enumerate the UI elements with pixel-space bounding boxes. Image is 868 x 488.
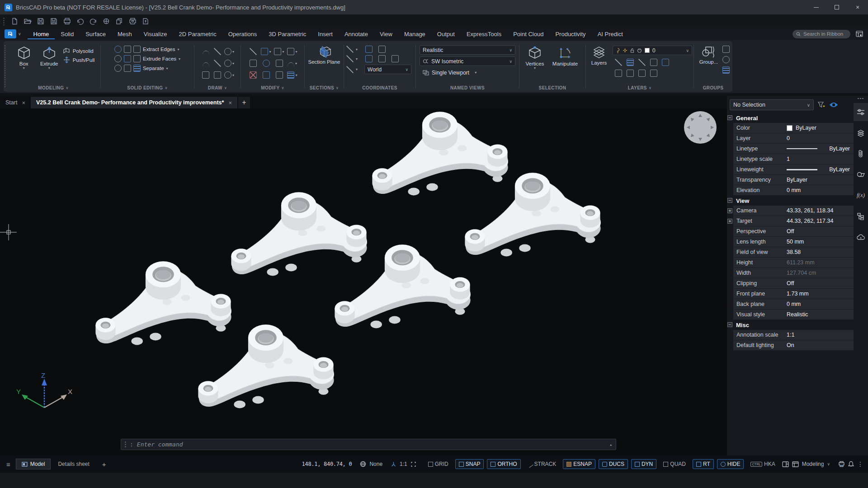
attachments-globe-icon[interactable] (360, 461, 366, 467)
move-icon[interactable] (261, 48, 268, 55)
ucs-face-icon[interactable] (346, 66, 354, 73)
panel-label-modeling[interactable]: MODELING∨ (7, 84, 99, 92)
slice-icon[interactable] (124, 55, 131, 62)
collapse-icon[interactable]: − (727, 115, 732, 120)
color-swatch[interactable] (787, 125, 793, 131)
annotation-scale-icon[interactable] (391, 461, 396, 467)
section-plane-button[interactable]: Section Plane (306, 44, 342, 65)
structure-panel-tab[interactable] (854, 207, 868, 225)
bell-crank-part-2[interactable] (465, 173, 600, 256)
tab-productivity[interactable]: Productivity (549, 29, 591, 39)
rotate-icon[interactable] (263, 60, 270, 67)
command-line[interactable]: : Enter command ▴ (121, 439, 616, 450)
collapse-icon[interactable]: − (727, 322, 732, 327)
layer-properties-icon[interactable] (662, 59, 669, 66)
manipulate-button[interactable]: Manipulate (548, 44, 582, 66)
tab-point-cloud[interactable]: Point Cloud (507, 29, 549, 39)
property-row-perspective[interactable]: Perspective Off (733, 226, 854, 237)
status-menu-icon[interactable]: ≡ (3, 460, 14, 468)
toggle-quad[interactable]: QUAD (660, 459, 689, 469)
property-row-visual-style[interactable]: Visual style Realistic (733, 310, 854, 320)
polysolid-button[interactable]: Polysolid (63, 47, 95, 54)
toggle-ducs[interactable]: DUCS (599, 459, 628, 469)
separate-icon[interactable] (133, 65, 141, 72)
named-view-dropdown[interactable]: SW Isometric∨ (420, 56, 515, 66)
property-row-annotation-scale[interactable]: Annotation scale 1:1 (733, 330, 854, 340)
tab-operations[interactable]: Operations (222, 29, 263, 39)
toggle-grid[interactable]: GRID (425, 459, 452, 469)
tab-insert[interactable]: Insert (312, 29, 339, 39)
status-overflow-menu[interactable]: ⋮ (857, 460, 863, 468)
extract-edges-button[interactable]: Extract Edges (143, 47, 175, 52)
toggle-rt[interactable]: RT (693, 459, 714, 469)
toggle-hide[interactable]: HIDE (717, 459, 744, 469)
maximize-button[interactable] (826, 0, 847, 14)
ucs-previous-icon[interactable] (365, 46, 373, 53)
property-row-lineweight[interactable]: Lineweight ByLayer (733, 164, 854, 175)
redo-icon[interactable] (89, 17, 98, 26)
parameters-panel-tab[interactable]: f(x) (854, 186, 868, 204)
property-row-target[interactable]: + Target 44.33, 262, 117.34 (733, 216, 854, 226)
plot-status-icon[interactable] (838, 461, 845, 467)
property-row-linetype[interactable]: Linetype ByLayer (733, 144, 854, 154)
viewport-config-dropdown[interactable]: Single Viewport▾ (420, 68, 515, 77)
ribbon-configure-icon[interactable] (856, 31, 863, 38)
command-input-placeholder[interactable]: Enter command (137, 441, 183, 448)
new-drawing-icon[interactable] (10, 17, 19, 26)
tab-home[interactable]: Home (28, 29, 55, 39)
layer-off-icon[interactable] (638, 59, 646, 66)
trim-icon[interactable] (276, 60, 283, 67)
sculpt-icon[interactable] (124, 65, 131, 72)
copy-icon[interactable] (115, 17, 124, 26)
tab-solid[interactable]: Solid (55, 29, 80, 39)
expand-icon[interactable]: + (727, 208, 732, 213)
extrude-faces-icon[interactable] (133, 55, 141, 62)
section-header[interactable]: − General (733, 113, 854, 123)
application-menu-button[interactable] (5, 29, 16, 38)
polygon-icon[interactable] (202, 71, 209, 79)
ribbon-search[interactable] (793, 30, 850, 38)
tab-3d-parametric[interactable]: 3D Parametric (263, 29, 312, 39)
group-select-icon[interactable] (722, 66, 730, 74)
circle-icon[interactable] (224, 48, 231, 55)
group-button[interactable]: Group... (697, 44, 721, 65)
layer-states-icon[interactable] (627, 59, 634, 66)
save-as-icon[interactable] (49, 17, 58, 26)
fillet-icon[interactable] (288, 62, 294, 66)
add-sheet-button[interactable]: + (97, 459, 112, 470)
tab-manage[interactable]: Manage (398, 29, 431, 39)
separate-button[interactable]: Separate (143, 66, 164, 71)
property-row-elevation[interactable]: Elevation 0 mm (733, 185, 854, 196)
undo-icon[interactable] (75, 17, 85, 26)
erase-icon[interactable] (250, 71, 257, 79)
intersect-icon[interactable] (114, 65, 122, 72)
stretch-icon[interactable] (250, 60, 257, 67)
open-drawing-icon[interactable] (23, 17, 32, 26)
property-row-field-of-view[interactable]: Field of view 38.58 (733, 247, 854, 258)
annotation-sync-icon[interactable] (410, 461, 416, 467)
panel-label-sections[interactable]: SECTIONS∨ (306, 84, 343, 92)
property-row-camera[interactable]: + Camera 43.33, 261, 118.34 (733, 206, 854, 216)
bell-crank-part-3[interactable] (231, 192, 367, 276)
ucs-3point-icon[interactable] (392, 55, 399, 62)
document-tab-drawing[interactable]: V25.2 Bell Crank Demo- Performance and P… (31, 97, 237, 108)
layer-settings-icon[interactable] (638, 70, 646, 77)
cloud-panel-tab[interactable] (854, 228, 868, 246)
layer-merge-icon[interactable] (627, 70, 634, 77)
tab-surface[interactable]: Surface (80, 29, 112, 39)
command-line-grip[interactable] (125, 441, 126, 448)
toggle-dyn[interactable]: DYN (631, 459, 656, 469)
section-header[interactable]: − Misc (733, 320, 854, 330)
workspace-icon[interactable] (792, 461, 799, 467)
selection-filter-dropdown[interactable]: No Selection∨ (730, 99, 814, 110)
ribbon-drag-handle[interactable] (4, 45, 6, 88)
cursor-coordinates[interactable]: 148.1, 840.74, 0 (302, 461, 352, 467)
workspace-switcher[interactable]: Modeling (802, 461, 824, 467)
layers-panel-tab[interactable] (854, 124, 868, 142)
spline-icon[interactable] (203, 62, 209, 66)
ribbon-search-input[interactable] (803, 31, 847, 37)
tab-annotate[interactable]: Annotate (339, 29, 374, 39)
app-menu-chevron-icon[interactable]: ∨ (18, 32, 21, 36)
layer-lock-fade-icon[interactable] (650, 70, 657, 77)
property-row-layer[interactable]: Layer 0 (733, 133, 854, 144)
